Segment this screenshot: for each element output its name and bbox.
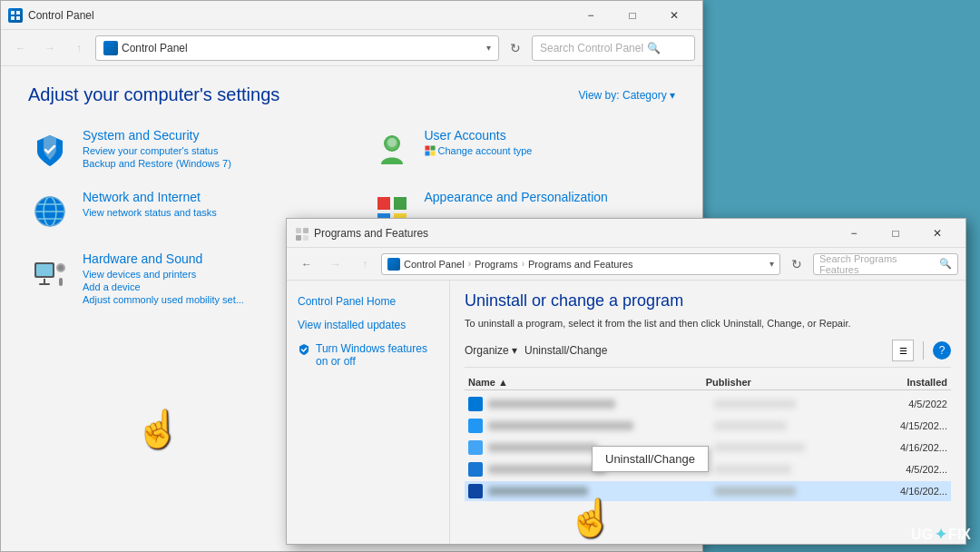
pf-minimize-button[interactable]: − <box>833 219 875 248</box>
cp-maximize-button[interactable]: □ <box>612 1 653 30</box>
cp-devices-link[interactable]: View devices and printers <box>83 269 244 280</box>
col-header-installed: Installed <box>884 377 947 388</box>
cp-change-account-link[interactable]: Change account type <box>425 145 533 158</box>
pf-maximize-button[interactable]: □ <box>875 219 916 248</box>
pf-app-icon-1 <box>468 397 483 411</box>
pf-search-box[interactable]: Search Programs Features 🔍 <box>813 253 958 275</box>
pf-refresh-button[interactable]: ↻ <box>784 251 809 277</box>
watermark-prefix: UG <box>911 527 933 543</box>
app-date-4: 4/5/202... <box>884 464 947 475</box>
pf-sidebar-updates[interactable]: View installed updates <box>287 313 449 337</box>
svg-rect-18 <box>394 197 407 210</box>
svg-rect-9 <box>425 152 429 156</box>
cp-up-button[interactable]: ↑ <box>66 35 92 61</box>
cp-category-system-text: System and Security Review your computer… <box>83 128 231 169</box>
pf-row-2[interactable]: 4/15/202... <box>465 416 951 436</box>
cp-close-button[interactable]: ✕ <box>653 1 695 30</box>
cp-category-dropdown[interactable]: Category ▾ <box>622 89 675 102</box>
cp-titlebar: Control Panel − □ ✕ <box>1 1 702 30</box>
cp-main-title: Adjust your computer's settings <box>28 84 279 105</box>
svg-rect-0 <box>11 11 15 15</box>
svg-rect-23 <box>44 279 45 283</box>
cp-user-link[interactable]: User Accounts <box>425 128 533 143</box>
app-date-5: 4/16/202... <box>884 486 947 497</box>
pf-row-5-selected[interactable]: 4/16/202... Uninstall/Change <box>465 481 951 501</box>
cp-system-link[interactable]: System and Security <box>83 128 231 143</box>
app-date-3: 4/16/202... <box>884 442 947 453</box>
pf-app-icon-2 <box>468 419 483 433</box>
cp-network-status-link[interactable]: View network status and tasks <box>83 207 217 218</box>
pf-address-bar[interactable]: Control Panel › Programs › Programs and … <box>381 253 780 275</box>
pf-sidebar: Control Panel Home View installed update… <box>287 281 450 544</box>
pf-main-description: To uninstall a program, select it from t… <box>465 318 951 329</box>
cp-appearance-link[interactable]: Appearance and Personalization <box>425 190 608 204</box>
uninstall-change-tooltip[interactable]: Uninstall/Change <box>592 446 709 472</box>
cp-mobility-link[interactable]: Adjust commonly used mobility set... <box>83 294 244 305</box>
watermark: UG ✦ FIX <box>911 526 971 543</box>
svg-rect-1 <box>16 11 20 15</box>
col-header-publisher: Publisher <box>706 377 884 388</box>
cp-category-appearance-text: Appearance and Personalization <box>425 190 608 207</box>
cp-add-device-link[interactable]: Add a device <box>83 281 244 292</box>
hardware-icon <box>28 251 72 295</box>
pf-help-button[interactable]: ? <box>933 341 951 360</box>
pf-main-title: Uninstall or change a program <box>465 291 951 310</box>
programs-features-window: Programs and Features − □ ✕ ← → ↑ Contro… <box>286 218 966 545</box>
pf-view-toggle[interactable]: ☰ <box>892 340 914 361</box>
pf-row-1[interactable]: 4/5/2022 <box>465 394 951 414</box>
pf-window-icon <box>294 226 309 241</box>
cp-window-title: Control Panel <box>28 9 570 22</box>
app-name-blur-5 <box>488 487 588 496</box>
pf-window-title: Programs and Features <box>314 227 833 240</box>
pf-search-icon: 🔍 <box>939 258 952 270</box>
svg-point-6 <box>387 138 397 147</box>
user-icon <box>370 128 414 172</box>
cp-viewby: View by: Category ▾ <box>578 89 675 102</box>
svg-rect-7 <box>425 146 429 151</box>
pf-search-placeholder: Search Programs Features <box>819 253 936 275</box>
cp-address-bar[interactable]: Control Panel ▾ <box>95 35 499 61</box>
svg-rect-24 <box>39 283 50 285</box>
pf-sidebar-turn-windows[interactable]: Turn Windows features on or off <box>287 337 449 373</box>
pf-main-content: Uninstall or change a program To uninsta… <box>450 281 965 544</box>
cp-refresh-button[interactable]: ↻ <box>503 35 528 61</box>
pf-forward-button[interactable]: → <box>323 251 348 277</box>
pf-window-controls: − □ ✕ <box>833 219 958 248</box>
svg-rect-36 <box>303 235 309 241</box>
pf-back-button[interactable]: ← <box>294 251 319 277</box>
cp-minimize-button[interactable]: − <box>570 1 612 30</box>
cp-backup-link[interactable]: Backup and Restore (Windows 7) <box>83 158 231 169</box>
cp-search-icon: 🔍 <box>647 42 661 54</box>
app-pub-blur-5 <box>714 487 796 496</box>
cp-hardware-link[interactable]: Hardware and Sound <box>83 251 244 266</box>
pf-body: Control Panel Home View installed update… <box>287 281 965 544</box>
svg-point-26 <box>58 265 64 271</box>
pf-close-button[interactable]: ✕ <box>916 219 958 248</box>
cp-back-button[interactable]: ← <box>8 35 34 61</box>
cp-address-icon <box>103 41 118 55</box>
cp-review-link[interactable]: Review your computer's status <box>83 145 231 156</box>
pf-up-button[interactable]: ↑ <box>352 251 377 277</box>
cp-category-network-text: Network and Internet View network status… <box>83 190 217 218</box>
cp-address-text: Control Panel <box>122 42 188 54</box>
shield-icon <box>28 128 72 172</box>
app-name-blur-3 <box>488 443 597 452</box>
cp-window-icon <box>8 8 23 23</box>
pf-organize-button[interactable]: Organize ▾ <box>465 344 517 357</box>
cp-forward-button[interactable]: → <box>37 35 63 61</box>
svg-rect-3 <box>16 16 20 20</box>
app-pub-blur-4 <box>714 465 791 474</box>
cp-search-box[interactable]: Search Control Panel 🔍 <box>532 35 695 61</box>
pf-sidebar-home[interactable]: Control Panel Home <box>287 290 449 313</box>
cp-category-hardware-text: Hardware and Sound View devices and prin… <box>83 251 244 305</box>
pf-toolbar: ← → ↑ Control Panel › Programs › Program… <box>287 248 965 281</box>
svg-rect-22 <box>36 264 53 276</box>
cp-network-link[interactable]: Network and Internet <box>83 190 217 204</box>
svg-rect-10 <box>430 152 435 156</box>
pf-uninstall-change-button[interactable]: Uninstall/Change <box>524 344 607 357</box>
app-pub-blur-1 <box>714 399 796 409</box>
app-pub-blur-3 <box>714 443 805 452</box>
svg-rect-17 <box>377 197 390 210</box>
watermark-suffix: FIX <box>948 527 971 543</box>
cp-address-chevron: ▾ <box>486 43 491 53</box>
